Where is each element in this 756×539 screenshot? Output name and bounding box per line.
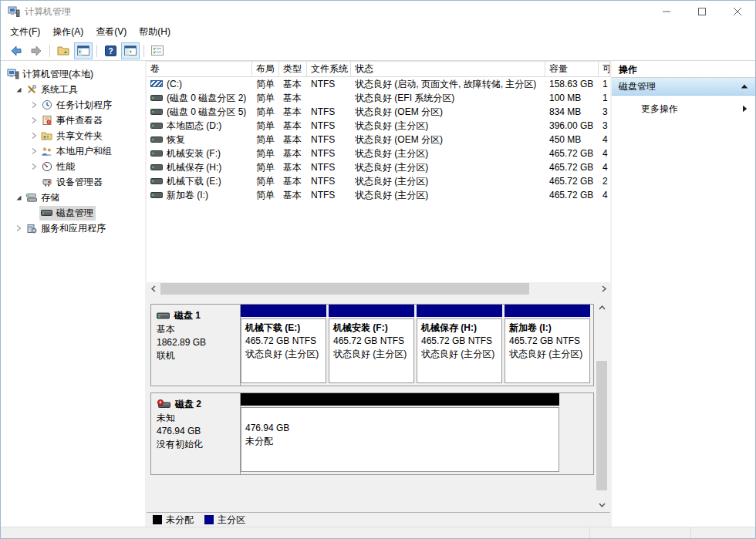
column-header-status[interactable]: 状态 xyxy=(351,62,545,76)
volume-name: 本地固态 (D:) xyxy=(167,119,221,133)
chevron-collapsed-icon[interactable] xyxy=(29,163,39,170)
volume-list-header: 卷 布局 类型 文件系统 状态 容量 可 xyxy=(147,62,610,77)
chevron-collapsed-icon[interactable] xyxy=(13,224,24,232)
title-bar: 计算机管理 xyxy=(1,1,755,22)
volume-layout: 简单 xyxy=(252,188,279,202)
tree-item-local-users-groups[interactable]: 本地用户和组 xyxy=(1,143,145,159)
scrollbar-thumb[interactable] xyxy=(160,283,529,295)
column-header-type[interactable]: 类型 xyxy=(279,62,307,76)
volume-row[interactable]: 机械保存 (H:) 简单 基本 NTFS 状态良好 (主分区) 465.72 G… xyxy=(147,160,610,174)
disk-row-2: 磁盘 2 未知 476.94 GB 没有初始化 476.94 GB xyxy=(150,392,594,475)
volume-row[interactable]: 机械下载 (E:) 简单 基本 NTFS 状态良好 (主分区) 465.72 G… xyxy=(147,174,610,188)
volume-capacity: 465.72 GB xyxy=(545,147,599,160)
export-list-icon[interactable] xyxy=(54,42,73,59)
volume-status: 状态良好 (EFI 系统分区) xyxy=(351,91,545,105)
tree-item-event-viewer[interactable]: 事件查看器 xyxy=(1,113,145,128)
toolbar-separator xyxy=(143,45,144,57)
column-header-volume[interactable]: 卷 xyxy=(147,62,252,76)
close-button[interactable] xyxy=(720,1,755,22)
partition-name: 机械安装 (F:) xyxy=(333,322,410,335)
volume-row[interactable]: 恢复 简单 基本 NTFS 状态良好 (OEM 分区) 450 MB 4 xyxy=(147,133,610,147)
partition-name: 机械保存 (H:) xyxy=(421,322,498,335)
primary-partition-swatch xyxy=(204,515,214,524)
scroll-down-icon[interactable] xyxy=(596,499,608,510)
back-icon[interactable] xyxy=(7,42,25,59)
partition-f[interactable]: 机械安装 (F:) 465.72 GB NTFS 状态良好 (主分区) xyxy=(329,305,414,386)
partition-status: 状态良好 (主分区) xyxy=(333,348,410,361)
show-action-pane-icon[interactable] xyxy=(121,42,140,59)
help-icon[interactable]: ? xyxy=(101,42,120,59)
app-icon xyxy=(8,6,20,18)
tree-item-performance[interactable]: 性能 xyxy=(1,159,145,174)
chevron-collapsed-icon[interactable] xyxy=(29,101,39,109)
properties-icon[interactable] xyxy=(148,42,167,59)
disk-2-info[interactable]: 磁盘 2 未知 476.94 GB 没有初始化 xyxy=(151,393,241,474)
tree-item-shared-folders[interactable]: 共享文件夹 xyxy=(1,128,145,143)
tree-item-label: 共享文件夹 xyxy=(56,130,103,143)
column-header-layout[interactable]: 布局 xyxy=(252,62,279,76)
volume-name: 机械保存 (H:) xyxy=(167,160,221,174)
disk-volume-icon xyxy=(150,150,163,157)
chevron-collapsed-icon[interactable] xyxy=(29,147,39,155)
volume-row[interactable]: (C:) 简单 基本 NTFS 状态良好 (启动, 页面文件, 故障转储, 主分… xyxy=(147,77,610,91)
volume-row[interactable]: (磁盘 0 磁盘分区 5) 简单 基本 NTFS 状态良好 (OEM 分区) 8… xyxy=(147,105,610,119)
actions-group-disk-management[interactable]: 磁盘管理 xyxy=(612,78,755,96)
column-header-capacity[interactable]: 容量 xyxy=(545,62,599,76)
chevron-collapsed-icon[interactable] xyxy=(29,132,39,140)
volume-layout: 简单 xyxy=(252,174,279,188)
list-empty-space xyxy=(147,202,610,282)
menu-view[interactable]: 查看(V) xyxy=(89,23,133,41)
tree-item-task-scheduler[interactable]: 任务计划程序 xyxy=(1,97,145,113)
volume-type: 基本 xyxy=(279,133,307,147)
volume-status: 状态良好 (主分区) xyxy=(351,174,545,188)
volume-row[interactable]: (磁盘 0 磁盘分区 2) 简单 基本 状态良好 (EFI 系统分区) 100 … xyxy=(147,91,610,105)
disk-size: 1862.89 GB xyxy=(157,336,235,349)
tree-item-services-applications[interactable]: 服务和应用程序 xyxy=(1,221,145,236)
volume-fs: NTFS xyxy=(307,77,351,91)
tree-item-label: 性能 xyxy=(56,160,75,173)
volume-status: 状态良好 (OEM 分区) xyxy=(351,105,545,119)
volume-fs: NTFS xyxy=(307,133,351,147)
primary-partition-band xyxy=(329,305,414,317)
horizontal-scrollbar[interactable] xyxy=(147,282,610,295)
scroll-right-icon[interactable] xyxy=(597,282,610,295)
chevron-collapsed-icon[interactable] xyxy=(29,116,39,124)
menu-help[interactable]: 帮助(H) xyxy=(133,23,177,41)
toolbar-separator xyxy=(96,45,97,57)
tree-item-disk-management[interactable]: 磁盘管理 xyxy=(1,205,145,221)
tree-item-storage[interactable]: 存储 xyxy=(1,190,145,205)
forward-icon[interactable] xyxy=(27,42,46,59)
scroll-left-icon[interactable] xyxy=(147,282,160,295)
menu-file[interactable]: 文件(F) xyxy=(4,23,46,41)
volume-row[interactable]: 机械安装 (F:) 简单 基本 NTFS 状态良好 (主分区) 465.72 G… xyxy=(147,147,610,160)
disk-status: 联机 xyxy=(157,349,235,362)
disk-1-info[interactable]: 磁盘 1 基本 1862.89 GB 联机 xyxy=(151,305,241,386)
scroll-up-icon[interactable] xyxy=(596,302,608,313)
column-header-filesystem[interactable]: 文件系统 xyxy=(307,62,351,76)
tree-item-device-manager[interactable]: 设备管理器 xyxy=(1,174,145,190)
unallocated-region[interactable]: 476.94 GB 未分配 xyxy=(241,393,559,474)
collapse-arrow-icon[interactable] xyxy=(741,83,748,89)
volume-row[interactable]: 新加卷 (I:) 简单 基本 NTFS 状态良好 (主分区) 465.72 GB… xyxy=(147,188,610,202)
tree-item-system-tools[interactable]: 系统工具 xyxy=(1,82,145,97)
show-console-tree-icon[interactable] xyxy=(74,42,93,59)
partition-e[interactable]: 机械下载 (E:) 465.72 GB NTFS 状态良好 (主分区) xyxy=(241,305,326,386)
partition-i[interactable]: 新加卷 (I:) 465.72 GB NTFS 状态良好 (主分区) xyxy=(505,305,590,386)
volume-status: 状态良好 (主分区) xyxy=(351,119,545,133)
more-actions-item[interactable]: 更多操作 xyxy=(612,100,755,117)
column-header-free[interactable]: 可 xyxy=(599,62,610,76)
chevron-expanded-icon[interactable] xyxy=(13,86,24,93)
maximize-button[interactable] xyxy=(684,1,720,22)
volume-name: 恢复 xyxy=(167,133,185,147)
more-actions-label: 更多操作 xyxy=(641,103,742,116)
minimize-button[interactable] xyxy=(649,1,684,22)
partition-h[interactable]: 机械保存 (H:) 465.72 GB NTFS 状态良好 (主分区) xyxy=(417,305,502,386)
scrollbar-thumb[interactable] xyxy=(596,361,607,490)
chevron-expanded-icon[interactable] xyxy=(13,194,24,201)
console-tree: 计算机管理(本地) 系统工具 xyxy=(1,61,145,527)
menu-action[interactable]: 操作(A) xyxy=(46,23,89,41)
vertical-scrollbar[interactable] xyxy=(596,302,608,510)
local-users-icon xyxy=(40,147,53,157)
tree-item-computer-management[interactable]: 计算机管理(本地) xyxy=(1,66,145,82)
volume-row[interactable]: 本地固态 (D:) 简单 基本 NTFS 状态良好 (主分区) 396.00 G… xyxy=(147,119,610,133)
